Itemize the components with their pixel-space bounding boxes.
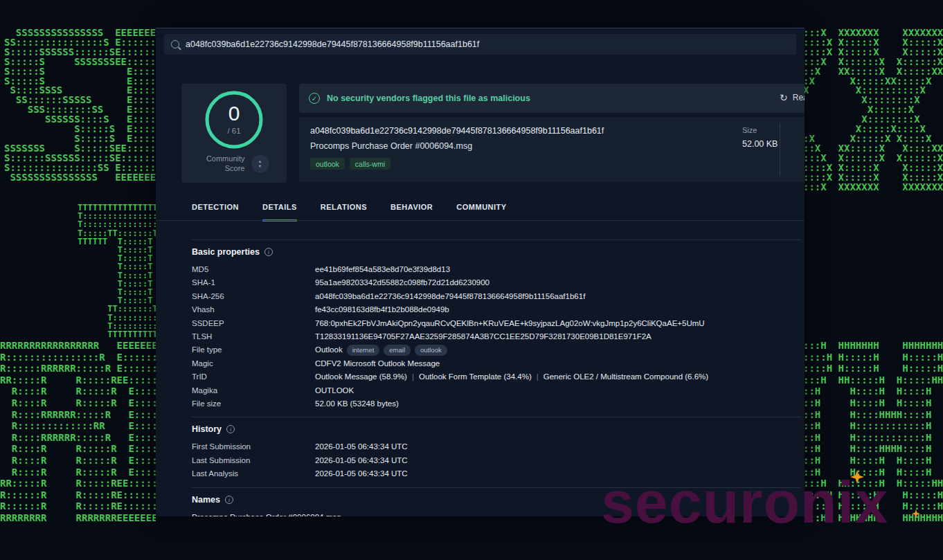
property-value: 52.00 KB (53248 bytes) <box>315 397 801 410</box>
verdict-banner: ✓ No security vendors flagged this file … <box>299 84 805 113</box>
property-label: MD5 <box>192 263 315 276</box>
search-input[interactable]: a048fc039ba6d1e22736c9142998de79445f8781… <box>164 34 796 55</box>
history-row: Last Submission 2026-01-05 06:43:34 UTC <box>192 454 801 467</box>
caret-down-icon: ▾ <box>259 164 261 169</box>
file-tag[interactable]: outlook <box>310 158 345 170</box>
detection-score-card: 0 / 61 Community Score ▴ ▾ <box>181 84 287 183</box>
property-label: Vhash <box>192 303 315 316</box>
property-row: Magika OUTLOOK <box>192 384 801 397</box>
section-title: History <box>192 424 222 434</box>
tab-detection[interactable]: DETECTION <box>192 203 239 222</box>
detection-score-ring: 0 / 61 <box>204 90 264 150</box>
size-value: 52.00 KB <box>742 139 778 149</box>
info-icon[interactable]: i <box>264 248 273 256</box>
property-row: SHA-1 95a1ae98203342d55882c098fb72d21dd6… <box>192 276 801 289</box>
property-label: SHA-256 <box>192 290 315 303</box>
property-row-file-type: File type Outlook internet email outlook <box>192 343 801 356</box>
reanalyze-label: Reanalyze <box>793 93 805 102</box>
property-row: Vhash fe43cc098163d8fb4f1b2b088de0949b <box>192 303 801 316</box>
history-label: Last Analysis <box>192 467 315 480</box>
reanalyze-button[interactable]: ↻ Reanalyze <box>780 93 805 102</box>
ascii-art-left-top: SSSSSSSSSSSSSSS EEEEEEEEEEEEEEEEEEEEEE S… <box>4 28 156 186</box>
history-label: Last Submission <box>192 454 315 467</box>
tab-relations[interactable]: RELATIONS <box>321 203 367 222</box>
search-value: a048fc039ba6d1e22736c9142998de79445f8781… <box>186 39 479 49</box>
file-type-tag: outlook <box>415 345 447 356</box>
ascii-art-right-top: :::X XXXXXXX XXXXXXX ::::X X:::::X X::::… <box>803 28 943 193</box>
property-label: SHA-1 <box>192 276 315 289</box>
detections-total: / 61 <box>227 127 240 135</box>
file-tags: outlook calls-wmi <box>310 158 805 170</box>
file-sha256: a048fc039ba6d1e22736c9142998de79445f8781… <box>310 126 805 136</box>
property-value: 768:0pxhEk2FbVJmAkiQpn2yqauRCvQEKlBn+KRu… <box>315 317 801 330</box>
history-label: First Submission <box>192 440 315 453</box>
verdict-message: No security vendors flagged this file as… <box>327 93 530 103</box>
property-row: MD5 ee41b69fef854a583e8d70e3f39d8d13 <box>192 263 801 276</box>
community-score-label: Community Score <box>199 154 245 174</box>
history-row: First Submission 2026-01-05 06:43:34 UTC <box>192 440 801 453</box>
property-value: fe43cc098163d8fb4f1b2b088de0949b <box>315 303 801 316</box>
property-value: a048fc039ba6d1e22736c9142998de79445f8781… <box>315 290 801 303</box>
property-value: 95a1ae98203342d55882c098fb72d21dd6230900 <box>315 276 801 289</box>
property-row: SHA-256 a048fc039ba6d1e22736c9142998de79… <box>192 290 801 303</box>
file-name: Procomps Purchase Order #0006094.msg <box>310 141 805 151</box>
search-icon <box>171 40 179 48</box>
property-row: File size 52.00 KB (53248 bytes) <box>192 397 801 410</box>
property-row-trid: TrID Outlook Message (58.9%)|Outlook For… <box>192 370 801 383</box>
ascii-art-left-middle: TTTTTTTTTTTTTTTTTTTTTTT T:::::::::::::::… <box>78 204 156 339</box>
detections-count: 0 <box>228 103 240 124</box>
property-label: TrID <box>192 370 315 383</box>
section-title: Basic properties <box>192 247 260 257</box>
property-label: SSDEEP <box>192 317 315 330</box>
history-value: 2026-01-05 06:43:34 UTC <box>315 454 801 467</box>
property-label: TLSH <box>192 330 315 343</box>
trid-part: Outlook Message (58.9%) <box>315 372 407 381</box>
vertical-divider <box>780 123 780 176</box>
securonix-logo: securonix <box>601 468 888 536</box>
property-row: Magic CDFV2 Microsoft Outlook Message <box>192 357 801 370</box>
file-type-tag: internet <box>347 345 380 356</box>
property-row: SSDEEP 768:0pxhEk2FbVJmAkiQpn2yqauRCvQEK… <box>192 317 801 330</box>
property-value: ee41b69fef854a583e8d70e3f39d8d13 <box>315 263 801 276</box>
property-label: File size <box>192 397 315 410</box>
property-value: OUTLOOK <box>315 384 801 397</box>
reanalyze-icon: ↻ <box>780 93 788 102</box>
property-row: TLSH T12833191136E94705F27AAE3259F285874… <box>192 330 801 343</box>
section-title: Names <box>192 495 220 505</box>
property-value: CDFV2 Microsoft Outlook Message <box>315 357 801 370</box>
property-label: Magic <box>192 357 315 370</box>
history-value: 2026-01-05 06:43:34 UTC <box>315 440 801 453</box>
separator: | <box>537 372 539 381</box>
property-value: T12833191136E94705F27AAE3259F285874A3B7C… <box>315 330 801 343</box>
property-label: Magika <box>192 384 315 397</box>
file-type-value: Outlook <box>315 343 343 356</box>
ascii-art-left-bottom: RRRRRRRRRRRRRRRRR EEEEEEEEEEEEEEEEEEEEEE… <box>0 340 156 527</box>
tab-behavior[interactable]: BEHAVIOR <box>390 203 433 222</box>
file-tag[interactable]: calls-wmi <box>350 158 390 170</box>
size-label: Size <box>742 126 778 134</box>
file-size-block: Size 52.00 KB <box>742 126 778 149</box>
info-icon[interactable]: i <box>226 425 235 433</box>
file-summary-card: a048fc039ba6d1e22736c9142998de79445f8781… <box>299 117 805 182</box>
tabs-divider <box>156 220 805 221</box>
community-vote-stepper[interactable]: ▴ ▾ <box>251 155 269 173</box>
property-label: File type <box>192 343 315 356</box>
virustotal-report-panel: a048fc039ba6d1e22736c9142998de79445f8781… <box>156 28 805 516</box>
tab-details[interactable]: DETAILS <box>262 203 297 222</box>
file-type-tag: email <box>384 345 411 356</box>
trid-part: Generic OLE2 / Multistream Compound (6.6… <box>544 372 708 381</box>
trid-part: Outlook Form Template (34.4%) <box>419 372 532 381</box>
check-circle-icon: ✓ <box>309 93 320 104</box>
report-tabs: DETECTION DETAILS RELATIONS BEHAVIOR COM… <box>192 203 507 222</box>
info-icon[interactable]: i <box>225 496 233 504</box>
tab-community[interactable]: COMMUNITY <box>456 203 506 222</box>
basic-properties-section: Basic properties i MD5 ee41b69fef854a583… <box>192 240 801 417</box>
separator: | <box>412 372 414 381</box>
